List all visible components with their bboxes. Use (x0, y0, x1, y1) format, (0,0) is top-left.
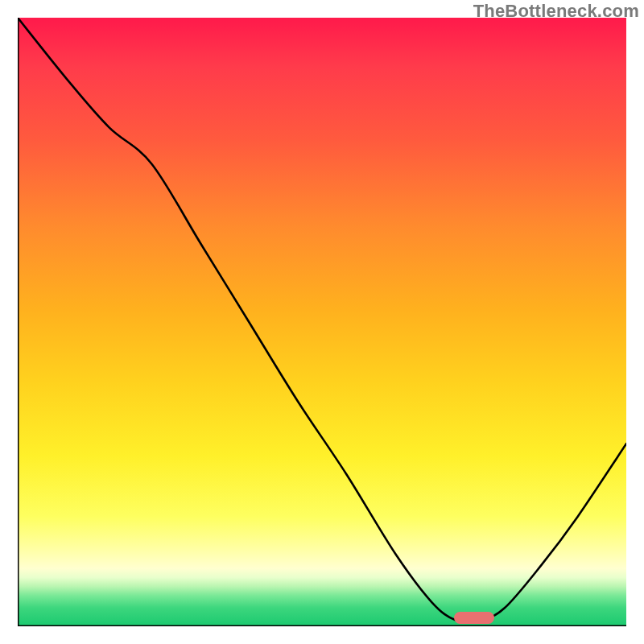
chart-container: TheBottleneck.com (0, 0, 644, 644)
optimum-marker (454, 612, 494, 624)
plot-background-gradient (18, 18, 626, 626)
watermark-text: TheBottleneck.com (473, 1, 639, 22)
